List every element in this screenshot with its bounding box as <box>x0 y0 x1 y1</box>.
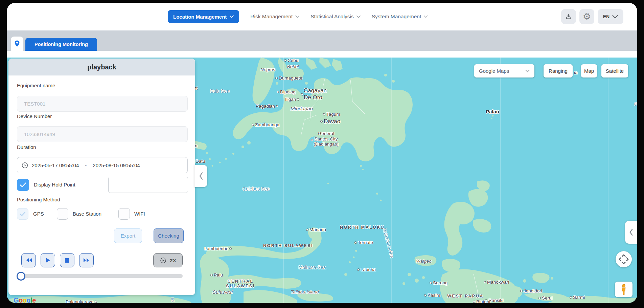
navbar-actions: ⚙ EN <box>561 9 623 24</box>
map-label-ia: ia <box>574 70 578 75</box>
map-type-label: Map <box>584 68 594 74</box>
map-type-button[interactable]: Map <box>581 64 597 78</box>
map-label-general-santos-city-dadiangas-: GeneralSantos City(Dadiangas) <box>314 131 339 147</box>
map-label-sulu-sea: Sulu Sea <box>210 88 230 94</box>
settings-button[interactable]: ⚙ <box>579 9 594 24</box>
map-label-labuha: Labuha <box>357 267 376 272</box>
map-provider-select[interactable]: Google Maps <box>474 64 534 78</box>
map-label-jendidori: Jendidori <box>520 288 542 294</box>
tab-bar: Positioning Monitoring <box>7 30 637 51</box>
speed-play-icon <box>160 257 167 264</box>
base-station-label: Base Station <box>73 211 101 217</box>
map-label-ss: ss <box>170 297 176 302</box>
map-label-molucca-sea: Molucca Sea <box>299 265 326 270</box>
playback-progress-handle[interactable] <box>17 272 25 281</box>
chevron-left-icon <box>199 172 203 180</box>
map-label-serui: Serui <box>538 295 553 301</box>
map-label-pagadian: Pagadian <box>256 104 278 109</box>
duration-separator: - <box>82 162 89 168</box>
menu-item-label: System Management <box>372 14 421 20</box>
map-pan-control[interactable] <box>616 251 632 267</box>
menu-item-statistical-analysis[interactable]: Statistical Analysis <box>310 14 361 20</box>
content-strip <box>7 51 637 58</box>
map-label-lamboenoe: Lamboenoe <box>204 246 232 251</box>
satellite-label: Satellite <box>606 68 624 74</box>
map-label-zamboanga: Zamboanga <box>252 122 279 128</box>
map-label-manado: Manado <box>306 227 326 233</box>
stop-icon <box>65 258 70 263</box>
wifi-checkbox[interactable] <box>118 208 130 220</box>
tab-pin-tile[interactable] <box>11 37 23 51</box>
map-label-central-sulawesi: CENTRALSULAWESI <box>226 279 255 289</box>
chevron-down-icon <box>295 15 299 18</box>
playback-progress-track[interactable] <box>17 274 183 278</box>
chevron-down-icon <box>525 69 530 72</box>
hold-point-value-input[interactable] <box>108 177 188 193</box>
screen: Location Management Risk Management Stat… <box>0 0 644 308</box>
map-label-dumaguete: Dumaguete <box>275 75 302 81</box>
display-hold-point-checkbox[interactable] <box>17 179 29 191</box>
speed-label: 2X <box>170 258 176 263</box>
menu-item-system-management[interactable]: System Management <box>372 14 428 20</box>
tab-label: Positioning Monitoring <box>34 42 88 47</box>
base-station-checkbox[interactable] <box>57 208 68 220</box>
export-label: Export <box>121 233 135 239</box>
duration-start: 2025-05-17 09:55:04 <box>32 162 79 168</box>
tab-positioning-monitoring[interactable]: Positioning Monitoring <box>25 38 97 51</box>
checking-button[interactable]: Checking <box>154 228 184 243</box>
language-selector[interactable]: EN <box>598 9 623 24</box>
playback-speed-button[interactable]: 2X <box>153 253 183 267</box>
location-pin-icon <box>14 40 21 48</box>
fast-forward-button[interactable] <box>79 253 94 267</box>
play-button[interactable] <box>41 253 55 267</box>
map-label-palau: Palau <box>486 109 499 114</box>
device-number-input[interactable] <box>17 126 188 142</box>
top-navbar: Location Management Risk Management Stat… <box>7 3 637 30</box>
chevron-left-icon <box>629 228 633 236</box>
equipment-name-label: Equipment name <box>17 83 55 88</box>
map-label-cebu: Cebu <box>284 58 298 63</box>
export-button[interactable]: Export <box>114 228 142 243</box>
menu-item-label: Risk Management <box>250 14 293 20</box>
map-label-manokwari: Manokwari <box>484 280 509 285</box>
panel-collapse-handle[interactable] <box>194 165 207 187</box>
menu-item-risk-management[interactable]: Risk Management <box>250 14 299 20</box>
equipment-name-input[interactable] <box>17 96 188 112</box>
display-hold-point-label: Display Hold Point <box>34 182 75 188</box>
app-window: Location Management Risk Management Stat… <box>7 3 637 303</box>
stop-button[interactable] <box>60 253 74 267</box>
ranging-button[interactable]: Ranging <box>544 64 573 78</box>
map-city-dot <box>311 137 313 142</box>
map-label-dipolog: Dipolog <box>277 89 296 95</box>
right-panel-collapse-handle[interactable] <box>625 221 637 244</box>
download-button[interactable] <box>561 9 576 24</box>
map-label-negros: Negros <box>260 67 275 72</box>
satellite-type-button[interactable]: Satellite <box>601 64 628 78</box>
device-number-label: Device Number <box>17 113 52 119</box>
map-label-datu: Datu <box>196 159 205 164</box>
ranging-label: Ranging <box>549 68 568 74</box>
map-label-sorong: Sorong <box>430 280 448 286</box>
street-view-pegman[interactable] <box>615 282 632 297</box>
rewind-button[interactable] <box>21 253 36 267</box>
gps-checkbox[interactable] <box>17 208 28 220</box>
chevron-down-icon <box>356 15 361 18</box>
map-label-cagayan-de-oro: CagayanDe Oro <box>304 87 327 101</box>
pan-arrows-icon <box>617 252 631 266</box>
map-label-tagum: Tagum <box>323 112 340 117</box>
duration-range-picker[interactable]: 2025-05-17 09:55:04 - 2025-08-15 09:55:0… <box>17 157 188 173</box>
chevron-down-icon <box>612 15 618 19</box>
pegman-icon <box>619 283 628 295</box>
map-label-kasim: Kasim <box>424 293 440 298</box>
chevron-down-icon <box>230 15 234 18</box>
panel-title: playback <box>8 59 195 75</box>
menu-item-location-management[interactable]: Location Management <box>168 10 239 23</box>
gps-label: GPS <box>33 211 44 217</box>
map-label-waigeo: Waigeo <box>416 259 432 264</box>
map-label-iligan: Iligan <box>285 97 299 102</box>
map-label-n: n <box>195 143 198 149</box>
map-label-mindanao: Mindanao <box>291 106 313 111</box>
map-label-sarmi: Sarmi <box>570 295 585 300</box>
duration-label: Duration <box>17 144 36 150</box>
panel-title-text: playback <box>87 63 116 71</box>
